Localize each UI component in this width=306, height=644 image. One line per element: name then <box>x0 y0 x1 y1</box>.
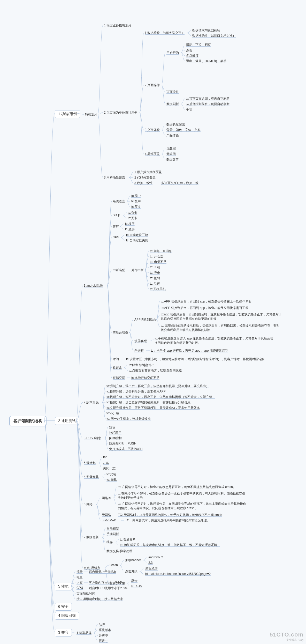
func-pageop: 2 页面操作 <box>144 83 161 88</box>
func-behave: 用户行为 <box>165 50 180 56</box>
l1-common[interactable]: 2 通用测试 <box>55 417 79 425</box>
in1: tc:安装 <box>105 472 117 477</box>
sd: SD卡 <box>112 213 121 218</box>
b1: 滑动、下拉、翻页 <box>185 42 212 48</box>
p4: 应用关闭时，PUSH <box>108 441 137 446</box>
b4: 退出、返回、HOME键、菜单 <box>185 58 227 64</box>
v3: tc:提醒升级，暂不升级时，再次开启，依然有弹框提示（暂不升级，立即升级） <box>105 394 216 400</box>
model: 1 机型品牌 <box>75 630 93 636</box>
a1: tc:APP 切换到后台，再回到 app，检查是否停留在上一次操作界面 <box>160 299 273 304</box>
s2: 2 代码分支覆盖 <box>133 175 157 180</box>
up: 点击升级 <box>124 569 139 574</box>
v4: tc:提醒升级，点击查客户端的检测更新，有弹框提示升级信息 <box>105 400 192 405</box>
a4: tc: 出现必须处理的提示框后，切换到后台，再切换回来，检查提示框是否还存在，有… <box>160 323 283 333</box>
g1: ttid <box>102 455 108 460</box>
root-node[interactable]: 客户端测试结构 <box>9 416 47 426</box>
func-check: 1 数据检验（与服务端交互） <box>144 30 186 36</box>
v2: tc:提醒升级，点击稍后升级，正常使用APP <box>105 389 167 394</box>
e2: 无返回 <box>165 151 177 157</box>
push: 3 PUSH消息 <box>83 435 102 441</box>
func-check1: 数据请求与返回检验 <box>191 28 221 33</box>
bn2: 2.3 <box>147 560 154 565</box>
time: 时间 <box>112 357 120 362</box>
mem: 内存 <box>75 580 84 586</box>
k1: tc：当杀掉 app 进程后，再开启 app，app 能否正常启动 <box>150 348 229 353</box>
data: 7 数据更新 <box>83 535 100 540</box>
v6: tc:不升级 <box>105 411 120 416</box>
sl1: 勒米 <box>130 578 139 584</box>
l1-func[interactable]: 1 功能/用例 <box>55 110 80 118</box>
nb2: tc:在网络信号不好时，检查数据是否会一直处于提交中的状态，有无超时限制。如遇数… <box>117 491 248 501</box>
cache: 缓存 <box>105 539 114 545</box>
r1: 从其它页面返回，页面自动刷新 <box>185 96 231 101</box>
func-scene: 3 用户场景覆盖 <box>103 175 126 180</box>
u3: 产品体验 <box>165 133 180 138</box>
rot2: tc:竖屏 <box>124 227 136 232</box>
u1: 数据长度超出 <box>165 122 186 127</box>
c2: tc: 验证码图片（每次请求的链接一致，但数据不一致，不能走缓存逻辑） <box>119 542 221 548</box>
v7: tc: 同一台手机上，连续升级多次 <box>105 416 152 421</box>
cpu1: 后台时CPU使用率小于2.5% <box>88 586 128 591</box>
flow1: 后台流量小于4KB/h <box>88 569 117 575</box>
u2: 背景、颜色、字体、文案 <box>165 127 202 133</box>
nb3: tc: 在网络信号不好时，执行操作后，在回调没有完成的情况下，退出本页面或者执行… <box>117 501 248 511</box>
l1-compat[interactable]: 3 兼容 <box>55 629 72 636</box>
intr: 中断唤醒 <box>112 268 126 273</box>
func-split: 功能划分 <box>84 112 98 117</box>
func-page: 2 以页面为单位设计用例 <box>103 110 139 115</box>
none: 无网络 <box>101 512 112 518</box>
store: 存储空间 <box>112 375 126 381</box>
crash: Crash <box>109 563 119 567</box>
p1: 短信 <box>108 425 116 430</box>
n1: TC: 无网络时，执行需要网络的操作，给予友好提示，确保程序不出现 crash <box>117 512 223 518</box>
in2: tc: 卸载 <box>105 477 118 483</box>
b2: 点击 <box>185 48 193 53</box>
sd1: tc:有卡 <box>127 210 138 216</box>
l1-sec[interactable]: 6 安全 <box>55 603 72 611</box>
nb1: tc: 在网络信号不好时，检查功能状态是否正常，确保不因提交数据失败而造成 cr… <box>117 484 253 490</box>
watermark: 51CTO.com 技术博客 Blog <box>270 631 303 642</box>
v1: tc:强制升级，退出后，再次开启，依然有弹框提示（要么升级，要么退出） <box>105 383 210 389</box>
i8: tc:开机关机 <box>149 286 167 292</box>
i5: tc: 充电 <box>149 270 161 276</box>
load: 页面加载时间 <box>75 591 96 596</box>
ext: 外部中断 <box>130 268 145 273</box>
t1: tc:设置时区（中国东8），检验对应的时间（时间取服务端标准时间），到客户端时，… <box>125 357 265 362</box>
d1: 自动刷新 <box>105 526 120 531</box>
exc: 4 异常覆盖 <box>144 151 161 157</box>
l1-old[interactable]: 4 旧版回归 <box>55 612 79 620</box>
m2: 系统版本 <box>98 627 112 633</box>
e1: 无数据 <box>165 146 177 151</box>
st1: tc:本地存储空间不足 <box>130 375 160 381</box>
m3: 分辨率 <box>98 633 109 638</box>
lock: 锁屏唤醒 <box>133 338 148 344</box>
i1: tc:来电，来消息 <box>149 248 173 254</box>
up1: 所有机型 <box>144 566 159 572</box>
r2: 从后台拉到前台，页面自动刷新 <box>185 101 231 107</box>
i4: tc: 耳机 <box>149 265 161 270</box>
g2: 功能 <box>102 460 110 466</box>
cpu: CPU <box>75 586 84 590</box>
s3d: 多页面交互过程，数据一致 <box>160 180 200 186</box>
i3: tc: 电量不足 <box>149 259 167 265</box>
flow: 流量 <box>75 569 84 575</box>
d3: 数据交换-异常处理 <box>105 549 133 554</box>
w: 3G/2G/wifi <box>101 518 117 522</box>
gps1: tc:自动定位开始 <box>125 232 149 238</box>
ver: 2 版本升级 <box>83 400 100 405</box>
b3: 多点触摸 <box>185 53 200 58</box>
m1: 品牌 <box>98 622 106 627</box>
e3: 数据异常 <box>165 157 180 162</box>
app: APP切换到后台 <box>133 317 157 322</box>
widget: 页面控件 <box>165 89 180 95</box>
s3: 3 数据一致性 <box>133 180 154 186</box>
l1-perf[interactable]: 5 性能 <box>55 583 72 590</box>
d2: 手动刷新 <box>105 531 120 537</box>
kb: 软键盘 <box>112 365 123 371</box>
lang: 系统语言 <box>112 199 126 204</box>
mem1: 客户端内存 始终小于80% <box>88 580 125 586</box>
g3: 关闭日志 <box>102 466 117 471</box>
sd2: tc:无卡 <box>127 216 138 221</box>
i6: tc: 闹钟 <box>149 276 161 281</box>
bad: 网络差 <box>101 495 112 501</box>
